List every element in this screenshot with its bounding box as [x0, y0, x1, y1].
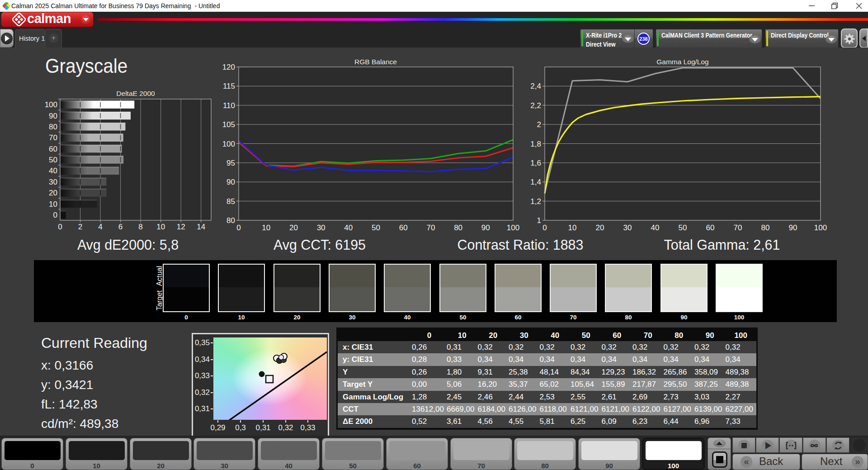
svg-text:RGB Balance: RGB Balance: [354, 58, 397, 66]
svg-text:60: 60: [399, 223, 408, 232]
svg-text:12: 12: [177, 223, 185, 231]
svg-text:10: 10: [262, 223, 270, 232]
svg-text:100: 100: [222, 140, 235, 148]
svg-text:90: 90: [49, 112, 57, 120]
svg-text:0: 0: [236, 223, 241, 232]
svg-text:30: 30: [317, 223, 326, 232]
svg-text:70: 70: [426, 223, 435, 232]
svg-text:30: 30: [623, 223, 632, 232]
svg-text:115: 115: [223, 82, 235, 90]
svg-text:70: 70: [734, 223, 742, 232]
svg-text:95: 95: [226, 159, 235, 167]
svg-text:100: 100: [814, 223, 827, 232]
svg-text:2: 2: [78, 223, 82, 231]
svg-text:85: 85: [226, 197, 235, 206]
svg-text:40: 40: [344, 223, 353, 232]
svg-text:90: 90: [789, 223, 797, 232]
svg-text:105: 105: [222, 120, 235, 129]
svg-text:6: 6: [118, 223, 123, 231]
svg-text:20: 20: [49, 189, 57, 197]
svg-text:1,2: 1,2: [530, 197, 541, 206]
svg-text:90: 90: [481, 223, 490, 232]
svg-text:80: 80: [761, 223, 770, 232]
svg-text:120: 120: [222, 63, 235, 71]
svg-text:8: 8: [138, 223, 142, 231]
svg-text:0: 0: [58, 223, 62, 231]
svg-text:100: 100: [45, 100, 57, 109]
svg-text:10: 10: [568, 223, 577, 232]
svg-text:90: 90: [226, 178, 235, 186]
svg-text:20: 20: [289, 223, 298, 232]
svg-text:50: 50: [372, 223, 380, 232]
svg-text:40: 40: [49, 166, 57, 175]
svg-text:80: 80: [49, 123, 57, 131]
svg-text:40: 40: [651, 223, 660, 232]
svg-text:2,2: 2,2: [530, 101, 541, 110]
svg-text:1,4: 1,4: [530, 178, 541, 186]
svg-text:80: 80: [226, 216, 235, 225]
svg-text:60: 60: [49, 145, 57, 153]
svg-text:1,6: 1,6: [530, 159, 541, 167]
svg-text:60: 60: [706, 223, 715, 232]
svg-text:10: 10: [156, 223, 165, 231]
svg-text:0: 0: [53, 211, 57, 219]
svg-text:Gamma Log/Log: Gamma Log/Log: [656, 58, 708, 66]
svg-text:20: 20: [596, 223, 604, 232]
svg-text:0: 0: [542, 223, 547, 232]
svg-text:DeltaE 2000: DeltaE 2000: [116, 90, 155, 97]
svg-text:10: 10: [49, 200, 57, 209]
svg-text:70: 70: [49, 133, 57, 142]
svg-text:2,4: 2,4: [530, 82, 541, 90]
svg-text:80: 80: [454, 223, 462, 232]
svg-text:100: 100: [507, 223, 519, 232]
svg-text:2: 2: [537, 120, 541, 129]
svg-text:4: 4: [98, 223, 102, 231]
svg-text:1,8: 1,8: [530, 140, 541, 148]
svg-text:110: 110: [223, 101, 235, 110]
svg-text:30: 30: [49, 178, 57, 186]
svg-text:50: 50: [679, 223, 687, 232]
svg-text:50: 50: [49, 156, 57, 164]
svg-text:1: 1: [537, 216, 541, 225]
svg-text:14: 14: [197, 223, 205, 231]
